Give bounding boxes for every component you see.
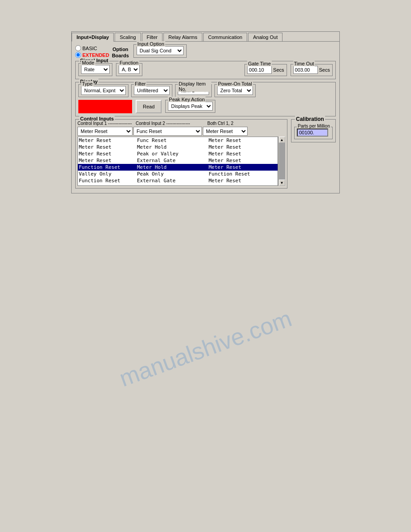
- time-out-unit: Secs: [319, 67, 330, 73]
- radio-col: BASIC EXTENDED: [75, 45, 109, 59]
- ci-row-col3: Function Reset: [209, 184, 277, 186]
- ci-row-col1: Valley Only: [79, 171, 137, 177]
- radio-basic-input[interactable]: [75, 45, 81, 51]
- radio-extended-label: EXTENDED: [82, 52, 109, 58]
- ci-list-row[interactable]: Function ResetMeter HoldMeter Reset: [78, 164, 278, 171]
- ci-row-col2: Meter Hold: [137, 164, 209, 170]
- ci-list-row[interactable]: Meter ResetExternal GateMeter Reset: [78, 157, 278, 164]
- signal-row: Mode Rate Totalise Freq Function A, B A: [78, 63, 333, 76]
- ci-row-col1: Meter Hold: [79, 184, 137, 186]
- ci-list-row[interactable]: Function ResetExternal GateMeter Reset: [78, 177, 278, 184]
- ci-row-col2: Func Reset: [137, 137, 209, 143]
- peak-key-label: Peak Key Action: [168, 97, 206, 102]
- gate-time-input[interactable]: [247, 66, 272, 74]
- watermark: manualshive.com: [116, 305, 295, 392]
- ci-row-col2: Peak Only: [137, 171, 209, 177]
- filter-group: Filter Unfiltered Filtered: [131, 84, 172, 97]
- filter-select[interactable]: Unfiltered Filtered: [134, 86, 170, 95]
- gate-time-label: Gate Time: [247, 61, 272, 66]
- ci-row-col3: Function Reset: [209, 171, 277, 177]
- ci-list-row[interactable]: Meter HoldPeak or ValleyFunction Reset: [78, 184, 278, 186]
- ppm-group: Parts per Million: [294, 127, 333, 139]
- ci-dropdown-row: Meter Reset Func Reset Meter Reset: [77, 127, 285, 136]
- ci-row-col2: Meter Hold: [137, 144, 209, 150]
- tab-bar: Input+Display Scaling Filter Relay Alarm…: [72, 32, 339, 42]
- radio-basic-label: BASIC: [82, 46, 97, 51]
- time-out-group: Time Out Secs: [291, 64, 333, 76]
- type-select[interactable]: Normal, Expnt Integer: [81, 86, 126, 95]
- ci-dropdown-col2[interactable]: Func Reset: [133, 127, 202, 136]
- display-top-row: Type Normal, Expnt Integer Filter Unfilt…: [78, 84, 333, 97]
- peak-key-select[interactable]: Displays Peak Captures Peak: [168, 102, 213, 111]
- ci-row-col1: Meter Reset: [79, 137, 137, 143]
- bottom-row: Control Inputs Control Input 1 ---------…: [75, 119, 336, 189]
- ci-list-row[interactable]: Valley OnlyPeak OnlyFunction Reset: [78, 171, 278, 177]
- tab-filter[interactable]: Filter: [142, 33, 163, 41]
- tab-analog-out[interactable]: Analog Out: [248, 33, 283, 41]
- tab-input-display[interactable]: Input+Display: [72, 33, 114, 42]
- ci-row-col1: Function Reset: [79, 178, 137, 184]
- time-out-label: Time Out: [293, 61, 315, 66]
- tab-scaling[interactable]: Scaling: [115, 33, 141, 41]
- ci-row-col3: Meter Reset: [209, 151, 277, 157]
- mode-label: Mode: [81, 60, 95, 65]
- ppm-input[interactable]: [297, 129, 328, 137]
- time-out-input[interactable]: [293, 66, 318, 74]
- radio-extended-input[interactable]: [75, 52, 81, 58]
- ci-row-col2: External Gate: [137, 158, 209, 163]
- signal-input-group: Signal Input Mode Rate Totalise Freq Fun…: [75, 61, 336, 79]
- tab-relay-alarms[interactable]: Relay Alarms: [163, 33, 202, 41]
- display-group: Display Type Normal, Expnt Integer Filte…: [75, 82, 336, 116]
- ci-row-col2: External Gate: [137, 178, 209, 184]
- red-display: [78, 100, 132, 113]
- tab-communication[interactable]: Communication: [203, 33, 247, 41]
- radio-basic[interactable]: BASIC: [75, 45, 109, 51]
- ci-col2-header: Control Input 2 ----------------: [136, 121, 207, 126]
- input-option-label: Input Option: [137, 41, 165, 47]
- ci-row-col3: Meter Reset: [209, 137, 277, 143]
- ci-dropdown-col1[interactable]: Meter Reset: [77, 127, 133, 136]
- function-label: Function: [119, 60, 139, 65]
- ci-row-col3: Meter Reset: [209, 158, 277, 163]
- ci-list[interactable]: Meter ResetFunc ResetMeter ResetMeter Re…: [77, 137, 278, 186]
- filter-label: Filter: [134, 81, 146, 86]
- ci-col3-header: Both Ctrl 1, 2: [207, 121, 285, 126]
- ppm-label: Parts per Million: [297, 124, 331, 129]
- ci-row-col1: Meter Reset: [79, 158, 137, 163]
- scroll-down-btn[interactable]: ▼: [279, 180, 285, 186]
- ci-row-col3: Meter Reset: [209, 178, 277, 184]
- control-inputs-label: Control Inputs: [79, 116, 115, 121]
- ci-list-row[interactable]: Meter ResetMeter HoldMeter Reset: [78, 144, 278, 150]
- calibration-panel: Calibration Parts per Million: [291, 119, 336, 142]
- gate-time-group: Gate Time Secs: [244, 64, 287, 76]
- control-inputs-group: Control Inputs Control Input 1 ---------…: [75, 119, 287, 189]
- input-option-select[interactable]: Dual Sig Cond Single Sig Cond Dual Sig C…: [137, 46, 184, 55]
- scroll-track: [279, 143, 285, 180]
- mode-group: Mode Rate Totalise Freq: [78, 63, 112, 76]
- power-on-total-label: Power-On Total: [217, 81, 253, 86]
- read-button[interactable]: Read: [136, 100, 162, 113]
- ci-scrollbar[interactable]: ▲ ▼: [278, 137, 285, 186]
- option-row: BASIC EXTENDED Option Boards Input Optio…: [75, 44, 336, 59]
- ci-row-col3: Meter Reset: [209, 144, 277, 150]
- function-select[interactable]: A, B A B: [119, 65, 140, 74]
- display-item-group: Display Item No. Item 1 Item 2: [175, 84, 212, 97]
- radio-extended[interactable]: EXTENDED: [75, 52, 109, 58]
- ci-row-col2: Peak or Valley: [137, 151, 209, 157]
- power-on-total-group: Power-On Total Zero Total Hold Total: [214, 84, 256, 97]
- function-group: Function A, B A B: [116, 63, 142, 76]
- ci-row-col1: Meter Reset: [79, 144, 137, 150]
- display-item-label: Display Item No.: [178, 81, 211, 92]
- ci-list-row[interactable]: Meter ResetPeak or ValleyMeter Reset: [78, 150, 278, 157]
- power-on-total-select[interactable]: Zero Total Hold Total: [217, 86, 253, 95]
- input-option-group: Input Option Dual Sig Cond Single Sig Co…: [133, 44, 187, 58]
- ci-row-col2: Peak or Valley: [137, 184, 209, 186]
- ci-list-row[interactable]: Meter ResetFunc ResetMeter Reset: [78, 137, 278, 144]
- scroll-up-btn[interactable]: ▲: [279, 137, 285, 143]
- ci-header-row: Control Input 1 ---------------- Control…: [77, 121, 285, 126]
- option-boards-label: Option Boards: [112, 46, 129, 59]
- ci-row-col1: Function Reset: [79, 164, 137, 170]
- ci-dropdown-col3[interactable]: Meter Reset: [203, 127, 248, 136]
- gate-time-unit: Secs: [273, 67, 284, 73]
- mode-select[interactable]: Rate Totalise Freq: [81, 65, 110, 74]
